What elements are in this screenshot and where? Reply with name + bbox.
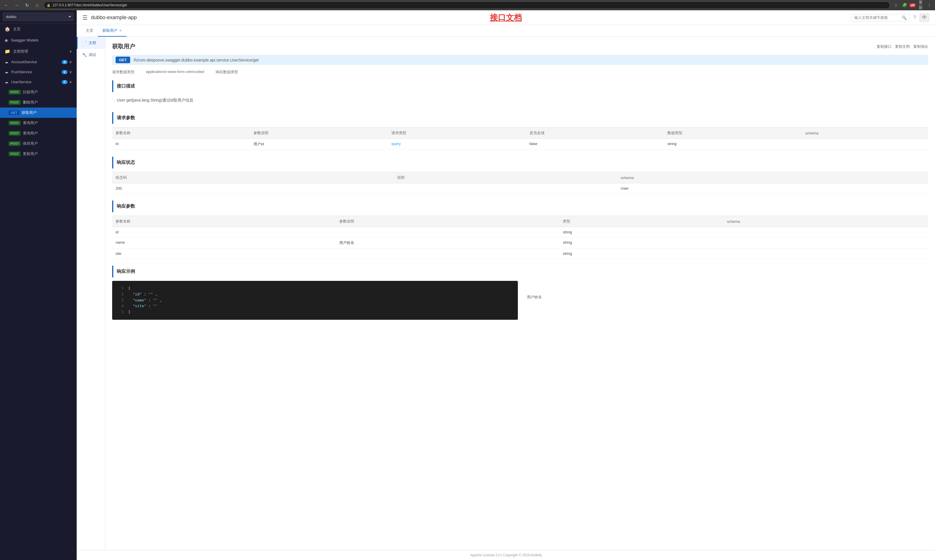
user-service-arrow: ∧: [69, 80, 72, 84]
search-icon: 🔍: [902, 15, 907, 20]
sidebar-item-account-service[interactable]: ☁ AccountService 4 ∨: [0, 57, 77, 67]
sidebar-sub-save-user[interactable]: POST 保存用户: [0, 138, 77, 149]
page-title: 接口文档: [490, 12, 522, 23]
endpoint-bar: GET /h/com.deepoove.swagger.dubbo.exampl…: [112, 55, 928, 65]
response-params-block: 响应参数 参数名称 参数说明 类型 schema: [112, 200, 928, 259]
search-input[interactable]: [854, 15, 900, 20]
request-col-name: 参数名称: [112, 128, 250, 139]
table-row: site string: [112, 249, 928, 259]
query-user2-label: 查询用户: [23, 131, 38, 136]
lang-button[interactable]: 中: [920, 13, 929, 22]
home-icon: 🏠: [5, 26, 10, 32]
hamburger-icon[interactable]: ☰: [82, 14, 88, 21]
sidebar-header: dubbo: [0, 10, 77, 23]
response-status-title: 响应状态: [112, 157, 928, 168]
method-post-delete: POST: [9, 100, 21, 105]
back-button[interactable]: ←: [2, 1, 10, 9]
resp-type-name: string: [559, 237, 724, 249]
sidebar-item-push-service[interactable]: ☁ PushService 1 ∨: [0, 67, 77, 77]
code-line-4: 4 "site" : "": [117, 303, 513, 309]
sidebar-sub-compare-user[interactable]: POST 比较用户: [0, 87, 77, 97]
extension-button[interactable]: 🧩: [901, 2, 908, 9]
lock-icon: 🔒: [47, 3, 51, 7]
response-example-block: 响应示例 1 { 2 "id" :: [112, 266, 928, 320]
status-code-200: 200: [112, 183, 394, 194]
tab-home[interactable]: 主页: [81, 25, 98, 37]
request-params-block: 请求参数 参数名称 参数说明 请求类型 是否必须 数据类型 schema: [112, 112, 928, 150]
sidebar-item-user-service[interactable]: ☁ UserService 7 ∧: [0, 77, 77, 87]
user-service-left: ☁ UserService: [5, 80, 31, 84]
param-required-id: false: [526, 139, 664, 150]
resp-col-type: 类型: [559, 216, 724, 227]
help-icon[interactable]: ?: [913, 15, 916, 21]
push-service-badge: 1: [62, 70, 68, 74]
swagger-icon: ◈: [5, 37, 8, 43]
sidebar-item-home[interactable]: 🏠 主页: [0, 23, 77, 35]
forward-button[interactable]: →: [12, 1, 21, 9]
query-link[interactable]: query: [391, 142, 401, 146]
resp-col-name: 参数名称: [112, 216, 336, 227]
copy-doc-link[interactable]: 复制文档: [895, 44, 910, 49]
sidebar-sub-get-user[interactable]: GET 获取用户: [0, 108, 77, 118]
star-button[interactable]: ☆: [892, 2, 899, 9]
reload-button[interactable]: ↻: [23, 1, 31, 9]
tabs-bar: 主页 获取用户 ✕: [77, 25, 935, 37]
code-line-2: 2 "id" : "" ,: [117, 291, 513, 297]
user-cloud-icon: ☁: [5, 80, 8, 84]
doc-section-title: 获取用户: [112, 43, 135, 50]
param-datatype-id: string: [664, 139, 802, 150]
home-button[interactable]: ⌂: [33, 1, 41, 9]
browser-chrome: ← → ↻ ⌂ 🔒 127.0.0.1:8077/doc.html#/dubbo…: [0, 0, 935, 10]
param-schema-id: [802, 139, 928, 150]
doc-sidebar-debug-label: 调试: [89, 52, 96, 57]
status-col-code: 状态码: [112, 172, 394, 183]
resp-schema-site: [724, 249, 928, 259]
sidebar-sub-query-user2[interactable]: POST 查询用户: [0, 128, 77, 138]
code-comment-panel: 用户姓名: [522, 281, 928, 320]
request-params-title: 请求参数: [112, 112, 928, 124]
address-bar[interactable]: 🔒 127.0.0.1:8077/doc.html#/dubbo/UserSer…: [43, 2, 890, 9]
main-content: ☰ dubbo-example-app 接口文档 🔍 ? 中 主页 获取用户 ✕: [77, 10, 935, 560]
doc-sidebar-doc-label: 文档: [89, 40, 96, 46]
code-block: 1 { 2 "id" : "" ,: [112, 281, 518, 320]
method-badge: GET: [116, 57, 130, 63]
resp-type-id: string: [559, 227, 724, 237]
expand-icon: ∨: [69, 49, 72, 54]
method-get-get: GET: [9, 111, 20, 115]
tab-get-user[interactable]: 获取用户 ✕: [98, 25, 126, 37]
tab-close-icon[interactable]: ✕: [119, 29, 122, 32]
resp-schema-id: [724, 227, 928, 237]
resp-desc-site: [336, 249, 560, 259]
push-service-left: ☁ PushService: [5, 70, 32, 74]
section-header: 获取用户 复制接口 复制文档 复制地址: [112, 43, 928, 50]
code-line-5: 5 }: [117, 309, 513, 315]
copy-addr-link[interactable]: 复制地址: [913, 44, 928, 49]
status-schema-200: User: [618, 183, 928, 194]
push-service-arrow: ∨: [69, 70, 72, 74]
sidebar-item-doc-management[interactable]: 📁 文档管理 ∨: [0, 46, 77, 57]
meta-row: 请求数据类型 application/x-www-form-urlencoded…: [112, 69, 928, 75]
sidebar-sub-delete-user[interactable]: POST 删除用户: [0, 97, 77, 108]
sidebar: dubbo 🏠 主页 ◈ Swagger Models 📁 文档管理 ∨ ☁ A…: [0, 10, 77, 560]
doc-sidebar-item-doc[interactable]: 📄 文档: [77, 37, 105, 49]
request-col-type: 请求类型: [388, 128, 526, 139]
status-col-desc: 说明: [394, 172, 617, 183]
account-service-badge: 4: [62, 60, 68, 64]
request-content-type-value: application/x-www-form-urlencoded: [146, 69, 204, 75]
code-area: 1 { 2 "id" : "" ,: [112, 281, 928, 320]
status-col-schema: schema: [618, 172, 928, 183]
sidebar-item-swagger-models[interactable]: ◈ Swagger Models: [0, 35, 77, 46]
doc-panel: 获取用户 复制接口 复制文档 复制地址 GET /h/com.deepoove.…: [105, 37, 935, 550]
update-button[interactable]: 更新: [917, 2, 924, 9]
code-comment: 用户姓名: [527, 295, 924, 300]
param-name-id: id: [112, 139, 250, 150]
menu-button[interactable]: ⋮: [926, 2, 933, 9]
param-desc-id: 用户id: [250, 139, 388, 150]
browser-toolbar: ← → ↻ ⌂ 🔒 127.0.0.1:8077/doc.html#/dubbo…: [0, 0, 935, 10]
sidebar-sub-query-user1[interactable]: POST 查询用户: [0, 118, 77, 128]
doc-sidebar-item-debug[interactable]: 🔧 调试: [77, 49, 105, 61]
sidebar-project-select[interactable]: dubbo: [3, 12, 74, 21]
code-line-3: 3 "name" : "" ,: [117, 297, 513, 303]
copy-api-link[interactable]: 复制接口: [876, 44, 892, 49]
sidebar-sub-update-user[interactable]: POST 更新用户: [0, 149, 77, 159]
